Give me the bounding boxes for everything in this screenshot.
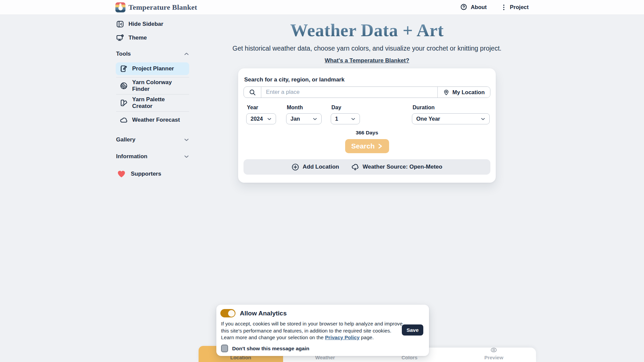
chevron-down-icon bbox=[184, 137, 189, 142]
toggle-knob bbox=[228, 310, 235, 317]
search-label: Search for a city, region, or landmark bbox=[244, 76, 490, 83]
search-button[interactable]: Search bbox=[345, 139, 389, 153]
cloud-gear-icon bbox=[351, 163, 359, 171]
chevron-down-icon bbox=[184, 154, 189, 159]
date-fields-row: Year 2024 Month Jan Day 1 bbox=[244, 105, 490, 124]
chevron-right-icon bbox=[378, 143, 383, 149]
tools-menu: Project Planner Yarn Colorway Finder Ya bbox=[116, 62, 189, 126]
year-select[interactable]: 2024 bbox=[246, 113, 276, 124]
card-footer: Add Location Weather Source: Open-Meteo bbox=[244, 159, 490, 175]
day-value: 1 bbox=[335, 116, 338, 122]
notebook-pencil-icon bbox=[120, 65, 128, 73]
sidebar-item-yarn-colorway-finder[interactable]: Yarn Colorway Finder bbox=[116, 79, 189, 92]
chevron-down-icon bbox=[351, 117, 356, 121]
place-search-input[interactable] bbox=[261, 87, 437, 98]
page-subtitle: Get historical weather data, choose yarn… bbox=[221, 45, 513, 52]
about-button[interactable]: About bbox=[460, 3, 487, 11]
divider bbox=[116, 111, 189, 112]
cookie-consent-banner: Allow Analytics If you accept, cookies w… bbox=[216, 305, 429, 356]
theme-monitor-gear-icon bbox=[116, 34, 124, 42]
allow-analytics-label: Allow Analytics bbox=[240, 310, 287, 317]
duration-label: Duration bbox=[412, 105, 490, 111]
add-location-label: Add Location bbox=[303, 164, 339, 170]
search-button-cell[interactable] bbox=[244, 87, 261, 98]
heart-icon bbox=[117, 170, 126, 178]
divider bbox=[116, 94, 189, 95]
day-label: Day bbox=[331, 105, 360, 111]
app-logo-icon bbox=[115, 2, 125, 12]
month-label: Month bbox=[286, 105, 322, 111]
tools-section-header[interactable]: Tools bbox=[116, 50, 189, 58]
save-button[interactable]: Save bbox=[402, 324, 423, 336]
chevron-down-icon bbox=[481, 117, 485, 121]
divider bbox=[116, 77, 189, 77]
header: Temperature Blanket About Project bbox=[0, 0, 644, 15]
duration-select[interactable]: One Year bbox=[412, 113, 490, 124]
my-location-button[interactable]: My Location bbox=[437, 87, 490, 98]
supporters-label: Supporters bbox=[131, 171, 161, 177]
tool-item-label: Yarn Colorway Finder bbox=[132, 79, 185, 93]
chevron-down-icon bbox=[267, 117, 272, 121]
tab-label: Preview bbox=[484, 355, 503, 360]
eye-icon bbox=[490, 347, 497, 354]
dont-show-checkbox[interactable] bbox=[221, 345, 228, 352]
duration-value: One Year bbox=[416, 116, 440, 122]
tab-preview[interactable]: Preview bbox=[452, 348, 536, 362]
weather-source-label: Weather Source: Open-Meteo bbox=[363, 164, 442, 170]
plus-circle-icon bbox=[291, 163, 299, 171]
sidebar: Hide Sidebar Theme Tools bbox=[116, 19, 189, 178]
cookie-message-text-end: page. bbox=[360, 335, 374, 340]
search-icon bbox=[249, 89, 256, 96]
chevron-down-icon bbox=[313, 117, 317, 121]
month-value: Jan bbox=[290, 116, 300, 122]
supporters-button[interactable]: Supporters bbox=[116, 170, 189, 178]
question-badge-icon bbox=[460, 3, 468, 11]
information-section-label: Information bbox=[116, 153, 148, 160]
location-search-card: Search for a city, region, or landmark M… bbox=[238, 68, 496, 183]
sidebar-item-yarn-palette-creator[interactable]: Yarn Palette Creator bbox=[116, 97, 189, 109]
weather-source-button[interactable]: Weather Source: Open-Meteo bbox=[351, 163, 442, 171]
add-location-button[interactable]: Add Location bbox=[291, 163, 339, 171]
chevron-up-icon bbox=[184, 51, 189, 57]
month-select[interactable]: Jan bbox=[286, 113, 322, 124]
theme-button[interactable]: Theme bbox=[116, 33, 189, 43]
my-location-label: My Location bbox=[452, 89, 485, 96]
cookie-message: If you accept, cookies will be stored in… bbox=[221, 320, 405, 341]
year-label: Year bbox=[246, 105, 276, 111]
tools-section-label: Tools bbox=[116, 51, 131, 57]
tool-item-label: Yarn Palette Creator bbox=[132, 96, 185, 110]
cookie-message-text: If you accept, cookies will be stored in… bbox=[221, 321, 402, 340]
map-pin-icon bbox=[443, 89, 449, 96]
palette-swatches-icon bbox=[120, 99, 128, 107]
kebab-menu-icon bbox=[501, 4, 507, 11]
allow-analytics-toggle[interactable] bbox=[220, 309, 235, 317]
app-logo[interactable]: Temperature Blanket bbox=[115, 2, 197, 12]
page-title: Weather Data + Art bbox=[221, 20, 513, 40]
year-value: 2024 bbox=[251, 116, 263, 122]
project-menu-button[interactable]: Project bbox=[501, 4, 529, 11]
search-button-label: Search bbox=[351, 142, 375, 150]
whats-a-temperature-blanket-link[interactable]: What's a Temperature Blanket? bbox=[325, 57, 409, 64]
day-select[interactable]: 1 bbox=[331, 113, 360, 124]
dont-show-label: Don't show this message again bbox=[232, 346, 309, 352]
place-search-bar: My Location bbox=[244, 86, 490, 98]
tool-item-label: Project Planner bbox=[132, 65, 174, 72]
yarn-ball-icon bbox=[120, 82, 128, 90]
gallery-section-label: Gallery bbox=[116, 136, 136, 143]
about-label: About bbox=[471, 4, 487, 10]
theme-label: Theme bbox=[128, 35, 147, 41]
hero: Weather Data + Art Get historical weathe… bbox=[221, 20, 513, 64]
sidebar-item-weather-forecast[interactable]: Weather Forecast bbox=[116, 114, 189, 126]
information-section-header[interactable]: Information bbox=[116, 153, 189, 161]
collapse-sidebar-icon bbox=[116, 20, 124, 28]
privacy-policy-link[interactable]: Privacy Policy bbox=[325, 335, 360, 340]
days-count: 366 Days bbox=[244, 130, 490, 136]
project-label: Project bbox=[510, 4, 529, 10]
hide-sidebar-button[interactable]: Hide Sidebar bbox=[116, 19, 189, 29]
cloud-icon bbox=[120, 116, 128, 124]
gallery-section-header[interactable]: Gallery bbox=[116, 136, 189, 144]
app-title: Temperature Blanket bbox=[128, 3, 197, 12]
hide-sidebar-label: Hide Sidebar bbox=[128, 21, 163, 27]
sidebar-item-project-planner[interactable]: Project Planner bbox=[116, 62, 189, 75]
tool-item-label: Weather Forecast bbox=[132, 117, 180, 123]
